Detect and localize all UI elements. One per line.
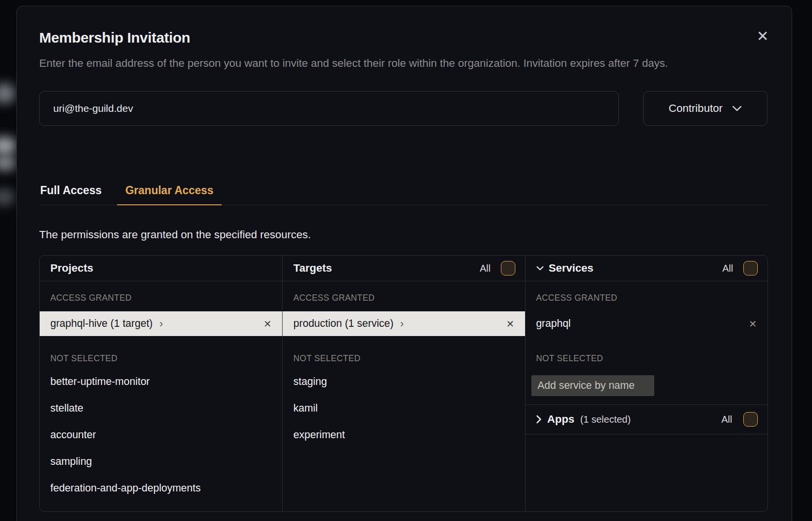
projects-access-granted-label: ACCESS GRANTED bbox=[50, 293, 271, 303]
remove-target-button[interactable]: ✕ bbox=[506, 318, 514, 330]
remove-service-button[interactable]: ✕ bbox=[749, 318, 757, 330]
apps-selected-count: (1 selected) bbox=[580, 414, 631, 425]
email-input[interactable] bbox=[39, 91, 619, 126]
targets-header: Targets All bbox=[283, 256, 525, 281]
dialog-title: Membership Invitation bbox=[39, 30, 769, 46]
target-item[interactable]: kamil bbox=[283, 395, 525, 422]
project-item[interactable]: sampling bbox=[40, 448, 282, 475]
targets-not-selected-label: NOT SELECTED bbox=[293, 353, 514, 364]
chevron-down-icon bbox=[732, 106, 742, 111]
remove-icon: ✕ bbox=[749, 319, 757, 329]
projects-column-title: Projects bbox=[50, 262, 93, 275]
projects-column: Projects ACCESS GRANTED graphql-hive (1 … bbox=[40, 256, 282, 511]
projects-list: better-uptime-monitor stellate accounter… bbox=[40, 368, 282, 502]
apps-section-row[interactable]: Apps (1 selected) All bbox=[526, 404, 767, 434]
services-column-title: Services bbox=[549, 262, 594, 275]
target-item[interactable]: experiment bbox=[283, 422, 525, 448]
membership-invitation-dialog: ✕ Membership Invitation Enter the email … bbox=[16, 6, 792, 521]
project-item[interactable]: better-uptime-monitor bbox=[40, 368, 282, 395]
service-granted-name: graphql bbox=[536, 318, 571, 330]
chevron-down-icon bbox=[536, 266, 544, 271]
services-column: Services All ACCESS GRANTED graphql ✕ NO… bbox=[525, 256, 767, 511]
targets-all-label: All bbox=[480, 263, 490, 274]
tab-full-access[interactable]: Full Access bbox=[39, 184, 103, 205]
projects-not-selected-label: NOT SELECTED bbox=[50, 353, 271, 364]
services-header[interactable]: Services All bbox=[526, 256, 767, 281]
services-all-label: All bbox=[722, 263, 733, 274]
remove-icon: ✕ bbox=[506, 319, 514, 329]
backdrop-blur-artifact bbox=[0, 83, 15, 104]
chevron-right-icon bbox=[536, 415, 541, 424]
remove-project-button[interactable]: ✕ bbox=[264, 318, 272, 330]
dialog-description: Enter the email address of the person yo… bbox=[39, 54, 722, 73]
apps-all-checkbox[interactable] bbox=[743, 412, 758, 427]
target-item[interactable]: staging bbox=[283, 368, 525, 395]
close-icon: ✕ bbox=[756, 28, 768, 44]
backdrop-blur-artifact bbox=[0, 156, 16, 170]
resources-table: Projects ACCESS GRANTED graphql-hive (1 … bbox=[39, 255, 768, 512]
tab-granular-access[interactable]: Granular Access bbox=[117, 184, 222, 205]
add-service-input[interactable] bbox=[531, 375, 654, 396]
remove-icon: ✕ bbox=[264, 319, 272, 329]
access-tabs: Full Access Granular Access bbox=[39, 184, 768, 205]
services-access-granted-label: ACCESS GRANTED bbox=[536, 293, 757, 303]
role-select-value: Contributor bbox=[669, 102, 722, 115]
project-item[interactable]: stellate bbox=[40, 395, 282, 422]
apps-title: Apps bbox=[547, 413, 574, 426]
services-all-checkbox[interactable] bbox=[743, 261, 758, 276]
backdrop-blur-artifact bbox=[0, 137, 16, 155]
targets-access-granted-label: ACCESS GRANTED bbox=[293, 293, 514, 303]
permissions-note: The permissions are granted on the speci… bbox=[39, 229, 769, 241]
role-select[interactable]: Contributor bbox=[643, 91, 767, 126]
project-item[interactable]: federation-and-app-deployments bbox=[40, 475, 282, 502]
close-button[interactable]: ✕ bbox=[754, 28, 771, 45]
targets-column: Targets All ACCESS GRANTED production (1… bbox=[282, 256, 525, 511]
targets-all-checkbox[interactable] bbox=[501, 261, 515, 276]
targets-column-title: Targets bbox=[293, 262, 332, 275]
project-selected-row[interactable]: graphql-hive (1 target) › ✕ bbox=[40, 311, 282, 336]
project-item[interactable]: accounter bbox=[40, 422, 282, 448]
services-not-selected-label: NOT SELECTED bbox=[536, 353, 757, 364]
project-selected-name: graphql-hive (1 target) bbox=[50, 318, 153, 330]
apps-all-label: All bbox=[722, 414, 732, 425]
backdrop-blur-artifact bbox=[0, 189, 15, 205]
target-selected-row[interactable]: production (1 service) › ✕ bbox=[283, 311, 525, 336]
targets-list: staging kamil experiment bbox=[283, 368, 525, 448]
chevron-right-icon: › bbox=[400, 318, 404, 330]
projects-header: Projects bbox=[40, 256, 282, 281]
chevron-right-icon: › bbox=[160, 318, 163, 330]
service-granted-row: graphql ✕ bbox=[526, 311, 767, 336]
target-selected-name: production (1 service) bbox=[293, 318, 393, 330]
invite-row: Contributor bbox=[39, 91, 769, 126]
